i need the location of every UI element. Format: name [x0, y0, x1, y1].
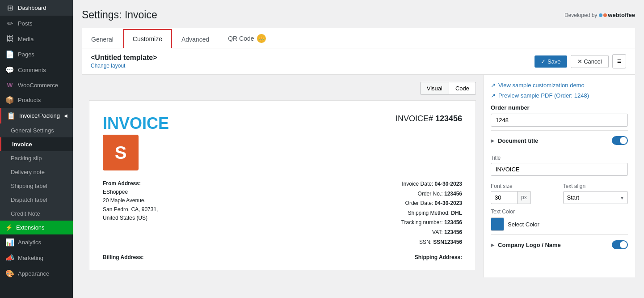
- invoice-preview: INVOICE S INVOICE# 123456 From Address: …: [89, 100, 476, 270]
- invoice-title: INVOICE: [103, 114, 169, 133]
- external-link-icon: ↗: [491, 82, 496, 89]
- title-field-input[interactable]: [491, 163, 628, 176]
- woocommerce-icon: W: [5, 81, 14, 89]
- webtoffee-logo: webtoffee: [599, 12, 635, 18]
- preview-area: Visual Code INVOICE S INVOICE# 123456: [82, 75, 483, 277]
- font-size-group: Font size px: [491, 179, 556, 204]
- marketing-icon: 📣: [5, 254, 14, 262]
- billing-section: Billing Address: Shipping Address:: [103, 254, 462, 260]
- tab-customize[interactable]: Customize: [123, 29, 172, 48]
- sidebar-item-invoice[interactable]: Invoice: [0, 137, 73, 151]
- document-title-section: ▶ Document title: [491, 130, 628, 150]
- text-align-group: Text align Start Center End: [563, 179, 628, 204]
- view-toggle: Visual Code: [420, 82, 476, 95]
- products-icon: 📦: [5, 96, 14, 104]
- invoice-top: INVOICE S INVOICE# 123456: [103, 114, 462, 170]
- company-logo-toggle-switch[interactable]: [612, 240, 628, 249]
- document-title-toggle-switch[interactable]: [612, 136, 628, 145]
- save-button[interactable]: ✓ Save: [535, 55, 567, 68]
- text-align-label: Text align: [563, 183, 628, 189]
- chevron-right-icon: ▶: [491, 138, 494, 143]
- sidebar-item-shipping-label[interactable]: Shipping label: [0, 179, 73, 193]
- company-logo-toggle[interactable]: ▶ Company Logo / Name: [491, 242, 561, 248]
- text-color-row: Select Color: [491, 217, 628, 231]
- invoice-packing-icon: 📋: [7, 111, 16, 120]
- page-header: Settings: Invoice Developed by webtoffee: [82, 9, 635, 21]
- template-title: <Untitled template>: [91, 54, 157, 62]
- font-size-input[interactable]: [491, 191, 518, 204]
- content-area: Settings: Invoice Developed by webtoffee…: [73, 0, 644, 298]
- text-align-select-wrapper: Start Center End: [563, 191, 628, 204]
- sidebar-item-credit-note[interactable]: Credit Note: [0, 207, 73, 221]
- text-color-label: Text Color: [491, 209, 628, 215]
- settings-panel: ↗ View sample customization demo ↗ Previ…: [483, 75, 635, 277]
- visual-view-button[interactable]: Visual: [420, 82, 449, 95]
- tab-advanced[interactable]: Advanced: [172, 30, 219, 48]
- sidebar-item-pages[interactable]: 📄 Pages: [0, 47, 73, 62]
- appearance-icon: 🎨: [5, 269, 14, 278]
- change-layout-link[interactable]: Change layout: [91, 63, 157, 69]
- code-view-button[interactable]: Code: [449, 82, 476, 95]
- sidebar-item-products[interactable]: 📦 Products: [0, 92, 73, 108]
- font-size-text-align-row: Font size px Text align Start Center: [491, 179, 628, 204]
- tab-qrcode[interactable]: QR Code 👑: [219, 28, 275, 48]
- logo-dots: [599, 13, 607, 17]
- font-size-label: Font size: [491, 183, 556, 189]
- sidebar-item-invoice-packing[interactable]: 📋 Invoice/Packing ◀: [0, 108, 73, 123]
- sidebar-item-woocommerce[interactable]: W WooCommerce: [0, 78, 73, 92]
- sidebar-item-media[interactable]: 🖼 Media: [0, 31, 73, 47]
- chevron-right-icon-2: ▶: [491, 243, 494, 247]
- invoice-address-row: From Address: EShoppee 20 Maple Avenue, …: [103, 179, 462, 247]
- more-menu-button[interactable]: ≡: [612, 54, 626, 68]
- cancel-button[interactable]: ✕ Cancel: [571, 55, 609, 68]
- sidebar-item-dispatch-label[interactable]: Dispatch label: [0, 193, 73, 207]
- font-size-unit: px: [518, 191, 531, 204]
- page-title: Settings: Invoice: [82, 9, 157, 21]
- template-header: <Untitled template> Change layout ✓ Save…: [82, 48, 635, 75]
- sidebar-item-analytics[interactable]: 📊 Analytics: [0, 234, 73, 250]
- sidebar-item-general-settings[interactable]: General Settings: [0, 123, 73, 137]
- view-demo-link[interactable]: ↗ View sample customization demo: [491, 82, 628, 89]
- title-field-label: Title: [491, 155, 628, 161]
- invoice-left: INVOICE S: [103, 114, 169, 170]
- collapse-icon: ◀: [64, 113, 67, 118]
- extensions-icon: ⚡: [5, 224, 13, 231]
- order-number-input[interactable]: [491, 114, 628, 127]
- media-icon: 🖼: [5, 35, 14, 43]
- sidebar-item-marketing[interactable]: 📣 Marketing: [0, 250, 73, 266]
- comments-icon: 💬: [5, 66, 14, 74]
- qr-badge: 👑: [257, 34, 266, 43]
- pdf-link-icon: ↗: [491, 92, 496, 99]
- sidebar-item-delivery-note[interactable]: Delivery note: [0, 165, 73, 179]
- customize-body: Visual Code INVOICE S INVOICE# 123456: [82, 75, 635, 277]
- template-info: <Untitled template> Change layout: [91, 54, 157, 69]
- invoice-number: INVOICE# 123456: [396, 114, 462, 123]
- dashboard-icon: ⊞: [5, 4, 14, 12]
- sidebar-item-extensions[interactable]: ⚡ Extensions: [0, 221, 73, 234]
- document-title-toggle[interactable]: ▶ Document title: [491, 137, 538, 144]
- preview-pdf-link[interactable]: ↗ Preview sample PDF (Order: 1248): [491, 92, 628, 99]
- analytics-icon: 📊: [5, 238, 14, 247]
- from-address: From Address: EShoppee 20 Maple Avenue, …: [103, 179, 158, 247]
- tab-general[interactable]: General: [82, 30, 123, 48]
- invoice-meta: Invoice Date: 04-30-2023 Order No.: 1234…: [401, 179, 462, 247]
- invoice-logo: S: [103, 135, 139, 170]
- invoice-submenu: General Settings Invoice Packing slip De…: [0, 123, 73, 221]
- sidebar-item-posts[interactable]: ✏ Posts: [0, 16, 73, 31]
- tabs-container: General Customize Advanced QR Code 👑: [82, 28, 635, 48]
- text-align-select[interactable]: Start Center End: [563, 191, 628, 204]
- logo-dot-orange: [603, 13, 607, 17]
- text-color-swatch[interactable]: [491, 217, 504, 231]
- order-number-label: Order number: [491, 104, 628, 111]
- sidebar-item-comments[interactable]: 💬 Comments: [0, 62, 73, 78]
- logo-dot-blue: [599, 13, 602, 17]
- developed-by: Developed by webtoffee: [564, 12, 635, 18]
- posts-icon: ✏: [5, 19, 14, 28]
- select-color-label[interactable]: Select Color: [508, 221, 539, 228]
- font-size-input-group: px: [491, 191, 556, 204]
- sidebar-item-dashboard[interactable]: ⊞ Dashboard: [0, 0, 73, 16]
- company-logo-section: ▶ Company Logo / Name: [491, 234, 628, 255]
- pages-icon: 📄: [5, 50, 14, 59]
- sidebar-item-appearance[interactable]: 🎨 Appearance: [0, 266, 73, 281]
- sidebar-item-packing-slip[interactable]: Packing slip: [0, 151, 73, 165]
